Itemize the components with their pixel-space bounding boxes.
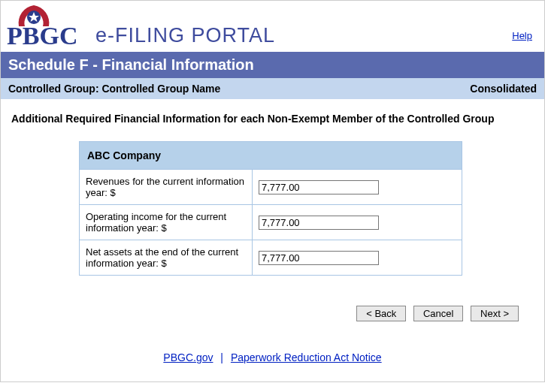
financial-table: ABC Company Revenues for the current inf… (79, 141, 462, 276)
net-assets-label: Net assets at the end of the current inf… (80, 240, 253, 276)
footer: PBGC.gov | Paperwork Reduction Act Notic… (1, 344, 544, 381)
pbgc-logo: PBGC (7, 4, 91, 49)
operating-income-input[interactable] (259, 216, 379, 230)
content-area: Additional Required Financial Informatio… (1, 99, 544, 344)
revenues-input[interactable] (259, 180, 379, 194)
revenues-label: Revenues for the current information yea… (80, 170, 253, 205)
pbgc-gov-link[interactable]: PBGC.gov (163, 351, 213, 363)
portal-title: e-FILING PORTAL (95, 24, 275, 49)
logo-wrap: PBGC e-FILING PORTAL (7, 4, 275, 49)
table-row: Revenues for the current information yea… (80, 170, 462, 205)
pra-notice-link[interactable]: Paperwork Reduction Act Notice (231, 351, 382, 363)
controlled-group-label: Controlled Group: Controlled Group Name (8, 83, 220, 95)
section-title-bar: Schedule F - Financial Information (1, 52, 544, 78)
table-row: Operating income for the current informa… (80, 205, 462, 240)
button-row: < Back Cancel Next > (11, 276, 534, 336)
net-assets-input[interactable] (259, 251, 379, 265)
help-link[interactable]: Help (512, 30, 532, 41)
instruction-text: Additional Required Financial Informatio… (11, 113, 534, 125)
operating-income-label: Operating income for the current informa… (80, 205, 253, 240)
footer-separator: | (220, 351, 223, 363)
subheader-bar: Controlled Group: Controlled Group Name … (1, 78, 544, 99)
cancel-button[interactable]: Cancel (413, 306, 463, 321)
header: PBGC e-FILING PORTAL Help (1, 1, 544, 52)
revenues-cell (253, 170, 462, 205)
next-button[interactable]: Next > (471, 306, 519, 321)
table-row: Net assets at the end of the current inf… (80, 240, 462, 276)
operating-income-cell (253, 205, 462, 240)
net-assets-cell (253, 240, 462, 276)
company-name-header: ABC Company (80, 142, 462, 170)
svg-text:PBGC: PBGC (7, 22, 77, 49)
consolidated-label: Consolidated (470, 83, 537, 95)
back-button[interactable]: < Back (356, 306, 406, 321)
